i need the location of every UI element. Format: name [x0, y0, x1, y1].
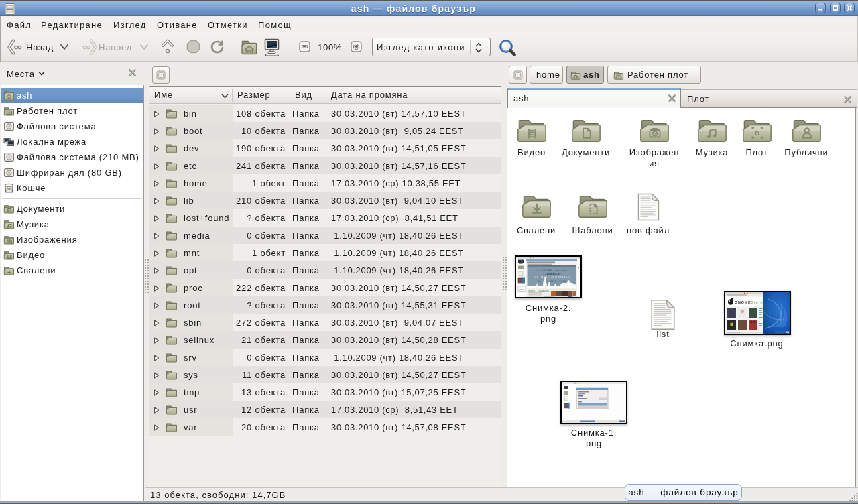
svg-text:July 24-30th, 2010: July 24-30th, 2010 — [538, 280, 566, 283]
svg-text:GNOME: GNOME — [735, 300, 751, 304]
svg-text:GUADEC: GUADEC — [544, 271, 562, 276]
svg-text:Store: Store — [751, 300, 763, 304]
svg-text:D: D — [755, 129, 760, 137]
svg-text:THE HAGUE, NETHERLANDS: THE HAGUE, NETHERLANDS — [534, 276, 571, 279]
svg-text:About GUADEC: About GUADEC — [529, 290, 550, 292]
